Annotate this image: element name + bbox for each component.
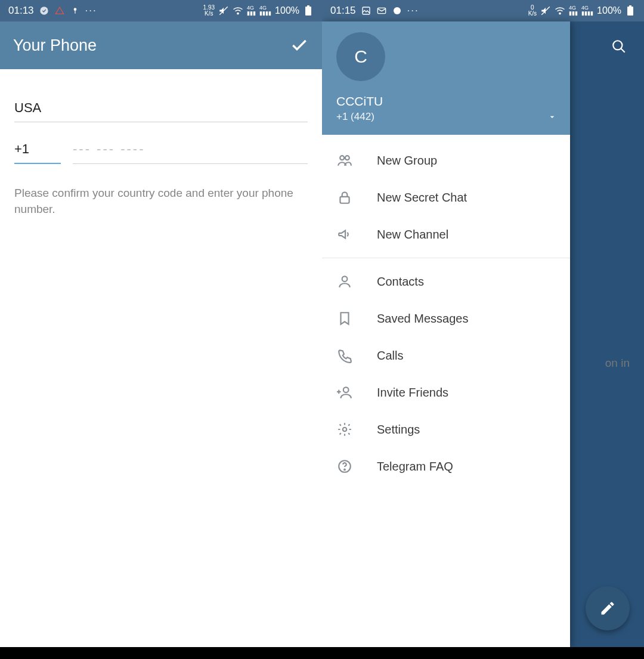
invite-icon [336, 384, 353, 401]
signal-4g-2-icon: 4G▮▮▮▮ [581, 5, 593, 16]
drawer-item-label: Calls [377, 349, 403, 363]
mute-icon [218, 5, 229, 16]
bookmark-icon [336, 310, 353, 327]
screen-drawer: 01:15 ··· 0 K/s 4G▮▮▮ 4G▮▮▮▮ 100% [322, 0, 644, 659]
phone-form: USA +1 --- --- ---- Please confirm your … [0, 69, 322, 217]
wifi-icon [555, 5, 565, 16]
drawer-item-new-channel[interactable]: New Channel [322, 216, 570, 253]
svg-line-14 [621, 48, 625, 52]
android-navbar [0, 647, 322, 659]
battery-icon [625, 5, 636, 16]
drawer-divider [322, 258, 570, 258]
group-icon [336, 152, 353, 169]
drawer-header[interactable]: C CCCiTU +1 (442) [322, 21, 570, 135]
svg-point-22 [343, 428, 347, 432]
status-icon-warning [54, 5, 65, 16]
status-time: 01:15 [330, 5, 356, 17]
chat-icon [392, 5, 402, 16]
signal-4g-1-icon: 4G▮▮▮ [247, 5, 256, 16]
svg-rect-11 [627, 7, 633, 16]
drawer-item-telegram-faq[interactable]: Telegram FAQ [322, 448, 570, 485]
phone-number-input[interactable]: --- --- ---- [73, 141, 308, 164]
status-more-icon: ··· [85, 5, 97, 17]
svg-rect-5 [307, 5, 309, 7]
svg-point-16 [345, 156, 349, 160]
signal-4g-1-icon: 4G▮▮▮ [569, 5, 578, 16]
svg-point-18 [342, 276, 348, 281]
image-icon [361, 5, 371, 16]
drawer-item-label: New Group [377, 154, 437, 168]
svg-point-3 [237, 13, 239, 14]
status-bar: 01:13 ··· 1.93 K/s 4G▮▮▮ 4G▮▮▮▮ 100% [0, 0, 322, 21]
svg-point-0 [40, 7, 48, 14]
call-icon [336, 347, 353, 364]
signal-4g-2-icon: 4G▮▮▮▮ [259, 5, 271, 16]
drawer-item-label: New Channel [377, 228, 448, 242]
country-code-input[interactable]: +1 [14, 141, 61, 164]
drawer-item-label: New Secret Chat [377, 191, 467, 205]
drawer-item-label: Telegram FAQ [377, 460, 453, 474]
header-bar: Your Phone [0, 21, 322, 69]
drawer-item-saved-messages[interactable]: Saved Messages [322, 300, 570, 337]
svg-rect-4 [305, 7, 311, 16]
status-time: 01:13 [8, 5, 34, 17]
status-battery-pct: 100% [275, 5, 299, 16]
drawer-item-invite-friends[interactable]: Invite Friends [322, 374, 570, 411]
svg-point-15 [340, 156, 344, 160]
status-battery-pct: 100% [597, 5, 621, 16]
drawer-item-calls[interactable]: Calls [322, 337, 570, 374]
navigation-drawer: C CCCiTU +1 (442) New GroupNew Secret Ch… [322, 21, 570, 647]
svg-point-13 [613, 41, 622, 49]
help-icon [336, 458, 353, 475]
drawer-phone: +1 (442) [336, 111, 556, 123]
status-icon-checkmark [39, 5, 49, 16]
battery-icon [303, 5, 314, 16]
hint-text: Please confirm your country code and ent… [14, 185, 308, 217]
status-icon-cast [70, 5, 80, 16]
drawer-item-contacts[interactable]: Contacts [322, 263, 570, 300]
lock-icon [336, 189, 353, 206]
drawer-item-label: Contacts [377, 275, 424, 289]
status-more-icon: ··· [407, 5, 419, 17]
status-bar: 01:15 ··· 0 K/s 4G▮▮▮ 4G▮▮▮▮ 100% [322, 0, 644, 21]
drawer-item-new-secret-chat[interactable]: New Secret Chat [322, 179, 570, 216]
search-button[interactable] [606, 33, 632, 60]
drawer-item-settings[interactable]: Settings [322, 411, 570, 448]
svg-rect-17 [340, 197, 349, 203]
drawer-item-label: Invite Friends [377, 386, 448, 400]
avatar: C [336, 32, 385, 81]
mail-icon [376, 5, 387, 16]
settings-icon [336, 421, 353, 438]
drawer-item-label: Settings [377, 423, 420, 437]
drawer-item-label: Saved Messages [377, 312, 468, 326]
megaphone-icon [336, 226, 353, 243]
compose-fab[interactable] [586, 586, 630, 630]
status-kbps: 0 K/s [528, 5, 537, 17]
android-navbar [322, 647, 644, 659]
svg-point-10 [559, 13, 561, 14]
drawer-username: CCCiTU [336, 94, 556, 109]
screen-phone-entry: 01:13 ··· 1.93 K/s 4G▮▮▮ 4G▮▮▮▮ 100% [0, 0, 322, 659]
country-select[interactable]: USA [14, 100, 308, 122]
confirm-button[interactable] [290, 36, 309, 55]
svg-rect-12 [629, 5, 631, 7]
page-title: Your Phone [13, 36, 97, 55]
status-kbps: 1.93 K/s [203, 5, 215, 17]
background-text-fragment: on in [605, 357, 630, 370]
wifi-icon [233, 5, 243, 16]
svg-point-8 [394, 7, 401, 14]
svg-point-24 [344, 469, 345, 471]
mute-icon [540, 5, 551, 16]
drawer-menu: New GroupNew Secret ChatNew ChannelConta… [322, 135, 570, 492]
chevron-down-icon[interactable] [547, 112, 557, 122]
contact-icon [336, 273, 353, 290]
drawer-item-new-group[interactable]: New Group [322, 142, 570, 179]
svg-point-1 [73, 8, 76, 11]
svg-point-19 [343, 387, 349, 392]
